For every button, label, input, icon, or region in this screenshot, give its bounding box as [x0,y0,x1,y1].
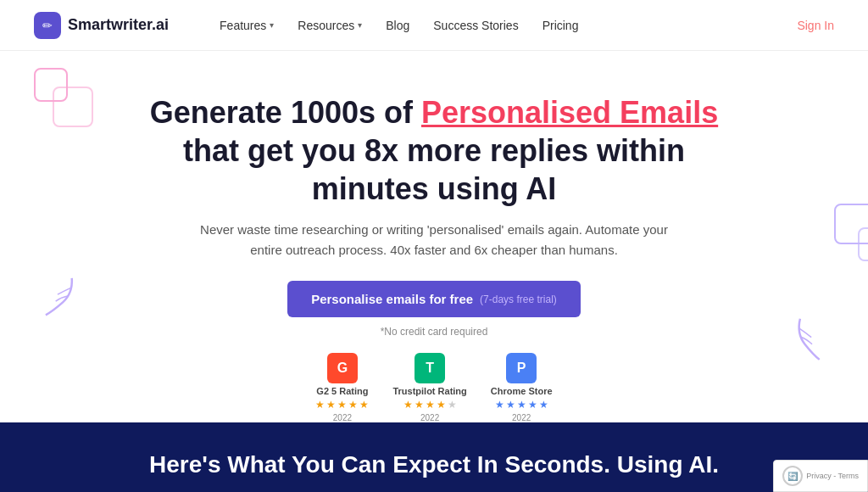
star-2: ★ [415,399,424,411]
tp-year: 2022 [420,413,439,422]
deco-square-2 [53,87,93,127]
star-2: ★ [326,399,336,411]
star-1: ★ [495,399,504,411]
tp-label: Trustpilot Rating [392,386,466,396]
navbar: ✏ Smartwriter.ai Features ▾ Resources ▾ … [0,0,868,51]
cs-year: 2022 [512,413,531,422]
g2-badge: G [327,353,358,383]
nav-links: Features ▾ Resources ▾ Blog Success Stor… [220,19,578,32]
logo-icon: ✏ [34,12,61,39]
nav-success-stories[interactable]: Success Stories [433,19,518,32]
tp-stars: ★ ★ ★ ★ ★ [403,399,457,411]
ratings-row: G G2 5 Rating ★ ★ ★ ★ ★ 2022 T Trustpilo… [315,353,552,422]
g2-stars: ★ ★ ★ ★ ★ [315,399,369,411]
nav-blog[interactable]: Blog [386,19,409,32]
dark-title: Here's What You Can Expect In Seconds. U… [149,451,719,478]
rating-g2: G G2 5 Rating ★ ★ ★ ★ ★ 2022 [315,353,369,422]
cs-label: Chrome Store [491,386,553,396]
rating-trustpilot: T Trustpilot Rating ★ ★ ★ ★ ★ 2022 [392,353,466,422]
hero-section: Generate 1000s of Personalised Emails th… [0,51,868,422]
cs-stars: ★ ★ ★ ★ ★ [495,399,548,411]
recaptcha-icon: 🔄 [782,466,803,486]
nav-features[interactable]: Features ▾ [220,19,274,32]
star-3: ★ [337,399,347,411]
chevron-down-icon: ▾ [270,20,274,30]
cta-button[interactable]: Personalise emails for free (7-days free… [287,281,581,317]
logo-text: Smartwriter.ai [68,16,169,34]
recaptcha-badge: 🔄 Privacy - Terms [773,460,868,492]
nav-resources[interactable]: Resources ▾ [298,19,362,32]
g2-label: G2 5 Rating [316,386,368,396]
star-5: ★ [359,399,369,411]
star-4: ★ [437,399,446,411]
no-credit-card-text: *No credit card required [381,326,488,338]
logo[interactable]: ✏ Smartwriter.ai [34,12,169,39]
signin-link[interactable]: Sign In [797,19,834,32]
star-1: ★ [403,399,413,411]
star-2: ★ [506,399,515,411]
rating-chrome: P Chrome Store ★ ★ ★ ★ ★ 2022 [491,353,553,422]
feather-left-icon [34,268,85,332]
star-4: ★ [348,399,358,411]
star-4: ★ [528,399,537,411]
star-5: ★ [539,399,548,411]
chevron-down-icon: ▾ [358,20,362,30]
star-3: ★ [426,399,435,411]
star-1: ★ [315,399,325,411]
hero-subtitle: Never waste time researching or writing … [197,220,671,260]
tp-badge: T [415,353,445,383]
star-3: ★ [517,399,526,411]
g2-year: 2022 [333,413,352,422]
hero-title: Generate 1000s of Personalised Emails th… [137,93,731,208]
deco-square-4 [858,227,868,261]
star-5: ★ [448,399,457,411]
recaptcha-text: Privacy - Terms [806,472,859,480]
cs-badge: P [506,353,537,383]
nav-pricing[interactable]: Pricing [542,19,579,32]
dark-section: Here's What You Can Expect In Seconds. U… [0,422,868,492]
feather-right-icon [787,310,831,374]
